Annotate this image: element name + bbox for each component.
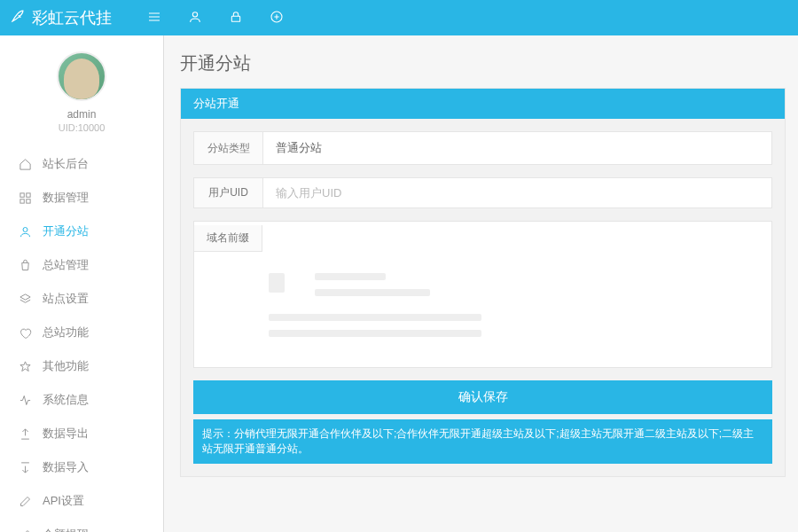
brand-text: 彩虹云代挂 (32, 7, 112, 28)
nav-item-3[interactable]: 总站管理 (0, 248, 163, 282)
svg-point-0 (192, 12, 197, 16)
uid-input[interactable] (263, 178, 771, 207)
panel-header: 分站开通 (181, 89, 785, 119)
uid-label: 用户UID (194, 178, 263, 207)
svg-rect-5 (20, 199, 23, 202)
svg-rect-4 (26, 192, 29, 196)
nav-label: 总站管理 (43, 257, 89, 273)
nav-label: 开通分站 (43, 223, 89, 239)
layers-icon (18, 292, 32, 306)
nav-label: 系统信息 (43, 392, 89, 408)
nav-item-9[interactable]: 数据导入 (0, 450, 163, 484)
nav-label: 站点设置 (43, 291, 89, 307)
svg-rect-3 (20, 192, 23, 196)
svg-rect-1 (231, 16, 239, 21)
menu-icon[interactable] (147, 10, 161, 27)
brand[interactable]: 彩虹云代挂 (9, 7, 112, 29)
lock-icon[interactable] (229, 10, 243, 27)
svg-rect-6 (26, 199, 29, 202)
nav-item-4[interactable]: 站点设置 (0, 282, 163, 316)
nav-label: 数据导出 (43, 426, 89, 442)
activity-icon (18, 393, 32, 407)
upload-icon (18, 426, 32, 441)
nav-item-11[interactable]: 余额提现 (0, 518, 163, 532)
profile: admin UID:10000 (0, 35, 163, 142)
plus-circle-icon[interactable] (270, 10, 284, 27)
avatar[interactable] (57, 51, 106, 101)
download-icon (18, 460, 32, 474)
save-button[interactable]: 确认保存 (193, 380, 772, 414)
uid-text: UID:10000 (0, 122, 163, 133)
row-site-type: 分站类型 普通分站 (193, 131, 772, 165)
nav-label: 数据管理 (43, 190, 89, 206)
nav-label: 数据导入 (43, 459, 89, 475)
heart-icon (18, 325, 32, 340)
nav-item-1[interactable]: 数据管理 (0, 181, 163, 215)
nav-item-6[interactable]: 其他功能 (0, 349, 163, 383)
nav-list: 站长后台数据管理开通分站总站管理站点设置总站功能其他功能系统信息数据导出数据导入… (0, 147, 163, 532)
nav-item-2[interactable]: 开通分站 (0, 215, 163, 248)
nav-label: API设置 (43, 493, 84, 509)
user-icon (18, 224, 32, 239)
nav-item-10[interactable]: API设置 (0, 484, 163, 518)
main-content: 开通分站 分站开通 分站类型 普通分站 用户UID 域名前缀 (164, 35, 798, 532)
sidebar: admin UID:10000 站长后台数据管理开通分站总站管理站点设置总站功能… (0, 35, 164, 532)
row-domain: 域名前缀 (193, 221, 772, 368)
home-icon (18, 157, 32, 171)
bag-icon (18, 258, 32, 272)
page-title: 开通分站 (180, 51, 786, 75)
edit-icon (18, 528, 32, 532)
topbar: 彩虹云代挂 (0, 0, 798, 35)
tip-bar: 提示：分销代理无限开通合作伙伴及以下;合作伙伴无限开通超级主站及以下;超级主站无… (193, 419, 772, 464)
svg-point-7 (23, 227, 27, 231)
site-type-label: 分站类型 (194, 132, 263, 164)
site-type-value: 普通分站 (263, 132, 771, 164)
star-icon (18, 359, 32, 373)
rocket-icon (9, 7, 27, 29)
nav-label: 其他功能 (43, 358, 89, 374)
nav-item-7[interactable]: 系统信息 (0, 383, 163, 417)
nav-item-5[interactable]: 总站功能 (0, 316, 163, 349)
edit-icon (18, 494, 32, 508)
domain-label: 域名前缀 (194, 225, 262, 252)
username: admin (0, 108, 163, 121)
nav-item-8[interactable]: 数据导出 (0, 417, 163, 450)
skeleton-lines (269, 264, 759, 337)
nav-item-0[interactable]: 站长后台 (0, 147, 163, 181)
row-uid: 用户UID (193, 177, 772, 208)
panel: 分站开通 分站类型 普通分站 用户UID 域名前缀 (180, 88, 786, 477)
nav-label: 总站功能 (43, 325, 89, 340)
nav-label: 站长后台 (43, 156, 89, 172)
nav-label: 余额提现 (43, 527, 89, 532)
user-icon[interactable] (188, 10, 202, 27)
grid-icon (18, 191, 32, 205)
